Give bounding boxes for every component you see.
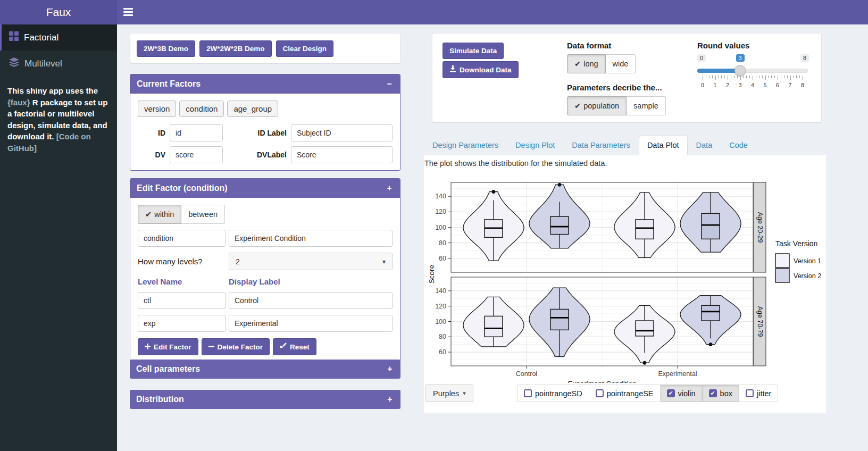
tab-data-parameters[interactable]: Data Parameters: [563, 136, 639, 155]
check-icon: ✔: [574, 102, 581, 110]
plus-icon: [145, 343, 151, 351]
simulate-data-button[interactable]: Simulate Data: [443, 43, 504, 59]
collapse-icon[interactable]: +: [385, 183, 394, 193]
factor-tag-version[interactable]: version: [138, 101, 176, 117]
level-label-input-1[interactable]: [229, 292, 393, 309]
levels-count-select[interactable]: 2 ▾: [229, 253, 393, 270]
tab-code[interactable]: Code: [721, 136, 756, 155]
current-factors-header[interactable]: Current Factors −: [130, 74, 400, 94]
palette-dropdown[interactable]: Purples ▾: [425, 385, 473, 402]
edit-factor-button[interactable]: Edit Factor: [138, 338, 198, 355]
slider-max-badge: 8: [800, 54, 809, 62]
cell-parameters-panel: Cell parameters +: [130, 360, 400, 379]
tick-mark: [787, 76, 788, 78]
about-link[interactable]: {faux}: [7, 98, 30, 107]
option-jitter[interactable]: jitter: [739, 385, 778, 402]
current-factors-panel: Current Factors − versionconditionage_gr…: [130, 74, 400, 171]
svg-text:Experimental: Experimental: [658, 370, 697, 378]
tick-mark: [778, 76, 778, 80]
param-population[interactable]: ✔population: [567, 96, 627, 115]
id-dv-fields: IDID LabelDVDVLabel: [138, 124, 393, 163]
option-label: jitter: [757, 389, 771, 398]
sidebar-item-factorial[interactable]: Factorial: [0, 24, 117, 51]
svg-text:60: 60: [439, 348, 446, 356]
demo-button-2[interactable]: 2W*2W*2B Demo: [199, 40, 272, 57]
tick-mark: [799, 76, 800, 78]
tick-mark: [709, 76, 710, 78]
cell-parameters-header[interactable]: Cell parameters +: [130, 360, 400, 379]
expand-icon[interactable]: +: [386, 364, 394, 374]
tab-design-parameters[interactable]: Design Parameters: [424, 136, 507, 155]
dvlabel-input[interactable]: [291, 146, 393, 163]
toggle-between[interactable]: between: [181, 205, 225, 224]
demo-button-1[interactable]: 2W*3B Demo: [137, 40, 195, 57]
tab-design-plot[interactable]: Design Plot: [507, 136, 563, 155]
param-sample[interactable]: sample: [627, 96, 666, 115]
panel-title: Edit Factor (condition): [137, 183, 228, 193]
sidebar-item-multilevel[interactable]: Multilevel: [0, 51, 117, 77]
option-box[interactable]: ✔box: [703, 385, 739, 402]
id-label-input[interactable]: [291, 124, 393, 141]
panel-title: Distribution: [136, 395, 184, 404]
format-wide[interactable]: wide: [606, 54, 636, 73]
box-Control-v2: [550, 309, 569, 330]
caret-down-icon: ▾: [382, 258, 386, 265]
expand-icon[interactable]: +: [386, 395, 394, 404]
tick-mark: [703, 76, 703, 80]
tick-mark: [724, 76, 725, 78]
sidebar-item-label: Multilevel: [24, 59, 62, 69]
demo-button-3[interactable]: Clear Design: [276, 40, 334, 57]
box-Experimental-v2: [702, 305, 720, 321]
field-label: DVLabel: [227, 151, 287, 159]
factor-tag-condition[interactable]: condition: [179, 101, 224, 117]
round-values-slider[interactable]: 083012345678: [697, 54, 809, 93]
plot-svg: 6080100120140Age 20-296080100120140Age 7…: [427, 169, 825, 383]
factor-tag-age_group[interactable]: age_group: [227, 101, 278, 117]
svg-text:140: 140: [435, 193, 446, 200]
option-pointrangeSE[interactable]: pointrangeSE: [589, 385, 661, 402]
level-label-input-2[interactable]: [229, 315, 393, 332]
tab-data-plot[interactable]: Data Plot: [639, 136, 688, 155]
format-long[interactable]: ✔long: [567, 54, 606, 73]
slider-ticks: 012345678: [697, 76, 808, 91]
factor-display-input[interactable]: [229, 230, 393, 247]
option-pointrangeSD[interactable]: pointrangeSD: [517, 385, 589, 402]
toggle-label: wide: [613, 60, 629, 68]
level-name-input-1[interactable]: [138, 292, 226, 309]
svg-text:80: 80: [439, 333, 446, 340]
collapse-icon[interactable]: −: [385, 79, 394, 89]
id-input[interactable]: [170, 124, 223, 141]
brush-icon: [280, 343, 287, 351]
field-label: ID: [138, 129, 165, 137]
tab-data[interactable]: Data: [688, 136, 721, 155]
app-brand[interactable]: Faux: [0, 0, 117, 24]
checkbox-checked-icon: ✔: [709, 389, 717, 397]
toggle-label: between: [188, 210, 218, 219]
tick-mark: [715, 76, 716, 80]
edit-factor-header[interactable]: Edit Factor (condition) +: [130, 179, 400, 198]
svg-text:100: 100: [435, 224, 446, 231]
slider-handle[interactable]: [735, 65, 746, 76]
svg-text:140: 140: [435, 287, 446, 295]
reset-button[interactable]: Reset: [273, 338, 316, 355]
option-violin[interactable]: ✔violin: [661, 385, 703, 402]
minus-icon: [208, 343, 214, 351]
tick-label: 5: [764, 82, 767, 88]
download-data-button[interactable]: Download Data: [443, 61, 519, 78]
dv-input[interactable]: [170, 146, 223, 163]
factor-name-input[interactable]: [138, 230, 226, 247]
level-name-input-2[interactable]: [138, 315, 226, 332]
tick-mark: [759, 76, 760, 78]
data-format-toggle: ✔longwide: [567, 54, 636, 73]
delete-factor-button[interactable]: Delete Factor: [202, 338, 270, 355]
distribution-header[interactable]: Distribution +: [130, 390, 400, 409]
tick-mark: [731, 76, 731, 78]
data-plot-tab-content: The plot shows the distribution for the …: [424, 155, 826, 413]
slider-min-badge: 0: [697, 54, 706, 62]
tick-mark: [756, 76, 756, 78]
toggle-label: within: [154, 210, 174, 219]
tick-label: 0: [701, 82, 704, 88]
menu-icon[interactable]: [123, 6, 136, 18]
checkbox-icon: [524, 389, 532, 397]
toggle-within[interactable]: ✔within: [138, 205, 181, 224]
